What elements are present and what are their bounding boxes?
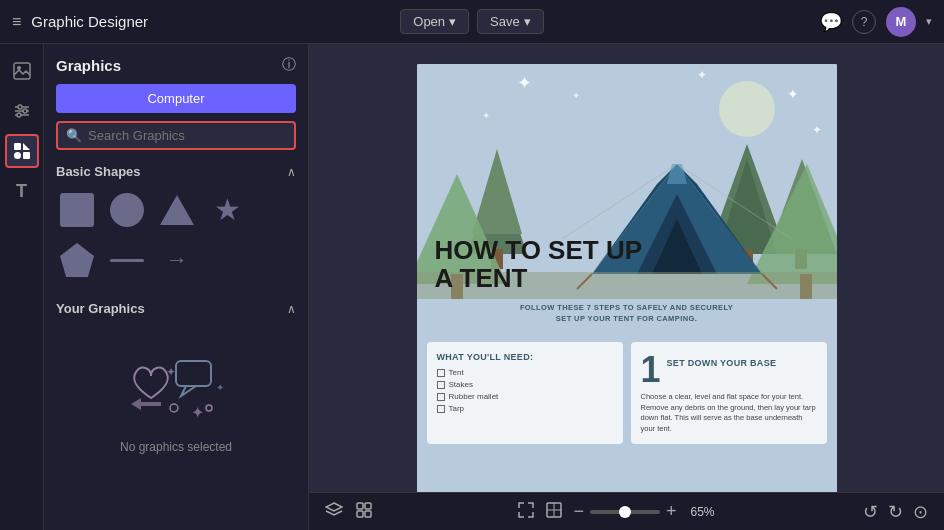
zoom-slider[interactable] [590,510,660,514]
supplies-card-title: WHAT YOU'LL NEED: [437,352,613,362]
header: ≡ Graphic Designer Open ▾ Save ▾ 💬 ? M ▾ [0,0,944,44]
panel-header: Graphics ⓘ [56,56,296,74]
shape-pentagon[interactable] [56,239,98,281]
svg-rect-10 [14,152,21,159]
header-center: Open ▾ Save ▾ [400,9,543,34]
help-icon[interactable]: ? [852,10,876,34]
graphics-illustration: ✦ ✦ ✦ [116,346,236,430]
chat-icon[interactable]: 💬 [820,11,842,33]
menu-icon[interactable]: ≡ [12,13,21,31]
avatar-dropdown-arrow[interactable]: ▾ [926,15,932,28]
svg-rect-12 [176,361,211,386]
checklist: Tent Stakes Rubber mallet Tarp [437,368,613,413]
svg-text:✦: ✦ [572,90,580,101]
checklist-item-tent: Tent [437,368,613,377]
infographic-subtitle-area: FOLLOW THESE 7 STEPS TO SAFELY AND SECUR… [417,299,837,332]
resize-icon[interactable] [545,501,563,523]
no-graphics-text: No graphics selected [120,440,232,454]
shape-triangle[interactable] [156,189,198,231]
step-number: 1 [641,352,661,388]
sidebar-icon-text[interactable]: T [5,174,39,208]
checklist-item-tarp: Tarp [437,404,613,413]
toolbar-right: ↺ ↻ ⊙ [863,501,928,523]
graphics-placeholder: ✦ ✦ ✦ No graphics selected [56,326,296,474]
svg-rect-52 [365,503,371,509]
your-graphics-collapse-icon[interactable]: ∧ [287,302,296,316]
svg-rect-0 [14,63,30,79]
canvas-scroll[interactable]: ✦ ✦ ✦ ✦ ✦ ✦ [309,44,944,492]
panel-title: Graphics [56,57,121,74]
svg-point-5 [18,105,22,109]
shape-circle[interactable] [106,189,148,231]
checkbox-stakes [437,381,445,389]
supplies-card: WHAT YOU'LL NEED: Tent Stakes Rubber mal… [427,342,623,444]
svg-text:✦: ✦ [697,68,707,82]
svg-text:✦: ✦ [191,404,204,421]
basic-shapes-collapse-icon[interactable]: ∧ [287,165,296,179]
infographic-cards: WHAT YOU'LL NEED: Tent Stakes Rubber mal… [417,332,837,458]
canvas-document: ✦ ✦ ✦ ✦ ✦ ✦ [417,64,837,492]
svg-text:✦: ✦ [166,365,176,379]
checkbox-tent [437,369,445,377]
infographic-title: HOW TO SET UP A TENT [435,236,819,293]
svg-rect-54 [365,511,371,517]
shape-square[interactable] [56,189,98,231]
svg-rect-51 [357,503,363,509]
your-graphics-title: Your Graphics [56,301,145,316]
checkbox-mallet [437,393,445,401]
svg-marker-13 [131,398,161,410]
checklist-item-mallet: Rubber mallet [437,392,613,401]
open-button[interactable]: Open ▾ [400,9,469,34]
app-title: Graphic Designer [31,13,148,30]
undo-icon[interactable]: ↺ [863,501,878,523]
checklist-item-stakes: Stakes [437,380,613,389]
bottom-toolbar: − + 65% ↺ ↻ ⊙ [309,492,944,530]
save-button[interactable]: Save ▾ [477,9,544,34]
grid-view-icon[interactable] [355,501,373,523]
infographic-title-overlay: HOW TO SET UP A TENT [417,232,837,299]
svg-point-20 [719,81,775,137]
avatar[interactable]: M [886,7,916,37]
sidebar-icon-filters[interactable] [5,94,39,128]
shapes-grid: ★ → [56,189,296,281]
svg-text:✦: ✦ [812,123,822,137]
redo-icon[interactable]: ↻ [888,501,903,523]
search-box[interactable]: 🔍 [56,121,296,150]
svg-text:✦: ✦ [216,382,224,393]
zoom-percent: 65% [687,505,719,519]
layers-icon[interactable] [325,501,343,523]
checkbox-tarp [437,405,445,413]
your-graphics-header: Your Graphics ∧ [56,301,296,316]
zoom-thumb[interactable] [619,506,631,518]
sidebar-icon-image[interactable] [5,54,39,88]
search-icon: 🔍 [66,128,82,143]
svg-point-16 [170,404,178,412]
header-left: ≡ Graphic Designer [12,13,400,31]
computer-button[interactable]: Computer [56,84,296,113]
svg-rect-11 [23,152,30,159]
infographic: ✦ ✦ ✦ ✦ ✦ ✦ [417,64,837,458]
svg-rect-8 [14,143,21,150]
main-layout: T Graphics ⓘ Computer 🔍 Basic Shapes ∧ ★… [0,44,944,530]
expand-icon[interactable] [517,501,535,523]
shape-line[interactable] [106,239,148,281]
sidebar-icon-graphics[interactable] [5,134,39,168]
zoom-minus-button[interactable]: − [573,501,584,522]
shape-star[interactable]: ★ [206,189,248,231]
svg-rect-53 [357,511,363,517]
svg-point-7 [17,113,21,117]
panel-info-icon[interactable]: ⓘ [282,56,296,74]
search-input[interactable] [88,128,286,143]
graphics-panel: Graphics ⓘ Computer 🔍 Basic Shapes ∧ ★ →… [44,44,309,530]
step-card: 1 SET DOWN YOUR BASE Choose a clear, lev… [631,342,827,444]
basic-shapes-header: Basic Shapes ∧ [56,164,296,179]
shape-arrow[interactable]: → [156,239,198,281]
toolbar-left [325,501,373,523]
infographic-scene: ✦ ✦ ✦ ✦ ✦ ✦ [417,64,837,299]
svg-point-17 [206,405,212,411]
history-icon[interactable]: ⊙ [913,501,928,523]
basic-shapes-title: Basic Shapes [56,164,141,179]
zoom-plus-button[interactable]: + [666,501,677,522]
toolbar-center: − + 65% [517,501,718,523]
svg-text:✦: ✦ [517,73,532,93]
